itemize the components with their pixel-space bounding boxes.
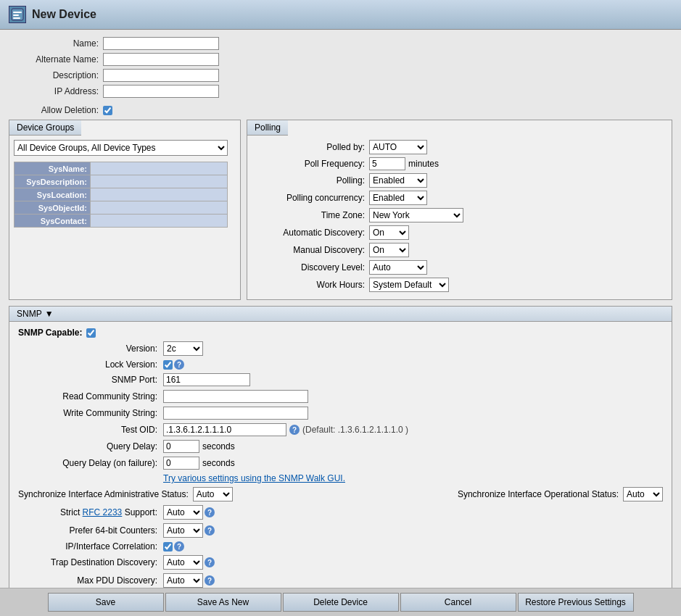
strict-rfc-row: Strict RFC 2233 Support: Auto ? [18,505,663,520]
description-label: Description: [9,70,103,80]
snmp-walk-link[interactable]: Try various settings using the SNMP Walk… [163,473,345,483]
cancel-button[interactable]: Cancel [400,593,516,612]
strict-rfc-info-icon[interactable]: ? [205,507,215,517]
timezone-row: Time Zone: New York [253,208,666,222]
sync-admin-left: Synchronize Interface Administrative Sta… [18,487,233,501]
manual-discovery-row: Manual Discovery: On [253,243,666,257]
polling-concurrency-select[interactable]: Enabled [369,191,427,205]
trap-discovery-select[interactable]: Auto [163,555,203,570]
max-pdu-label: Max PDU Discovery: [18,575,163,586]
polling-tab[interactable]: Polling [247,120,288,136]
snmp-version-label: Version: [18,344,163,354]
auto-discovery-select[interactable]: On [369,225,409,240]
ip-interface-info-icon[interactable]: ? [174,541,184,552]
sync-operational-right: Synchronize Interface Operational Status… [458,487,663,501]
work-hours-select[interactable]: System Default [369,278,449,292]
timezone-label: Time Zone: [253,210,369,220]
snmp-version-select[interactable]: 2c [163,341,203,356]
svg-rect-2 [13,14,19,16]
device-groups-panel: Device Groups All Device Groups, All Dev… [9,120,241,300]
query-delay-failure-label: Query Delay (on failure): [18,458,163,468]
read-community-row: Read Community String: [18,390,663,403]
snmp-tab[interactable]: SNMP ▼ [9,307,672,322]
allow-deletion-checkbox[interactable] [103,106,112,115]
prefer-64bit-row: Prefer 64-bit Counters: Auto ? [18,523,663,538]
polled-by-row: Polled by: AUTO [253,140,666,154]
name-label: Name: [9,38,103,49]
description-input[interactable] [103,69,219,82]
device-groups-body: All Device Groups, All Device Types SysN… [9,136,240,232]
alternate-name-input[interactable] [103,53,219,66]
polling-label: Polling: [253,175,369,186]
test-oid-input[interactable] [163,423,286,436]
polling-panel: Polling Polled by: AUTO Poll Frequency: … [247,120,672,300]
query-delay-failure-unit: seconds [202,458,235,468]
alternate-name-label: Alternate Name: [9,54,103,64]
test-oid-row: Test OID: ? (Default: .1.3.6.1.2.1.1.1.0… [18,423,663,436]
lock-version-label: Lock Version: [18,359,163,370]
sysname-label: SysName: [15,162,91,175]
poll-frequency-input[interactable] [369,157,405,170]
poll-frequency-row: Poll Frequency: minutes [253,157,666,170]
svg-rect-1 [13,12,22,13]
rfc-2233-link[interactable]: RFC 2233 [83,507,123,517]
sync-operational-label: Synchronize Interface Operational Status… [458,489,619,499]
write-community-row: Write Community String: [18,407,663,420]
table-row: SysName: [15,162,228,175]
prefer-64bit-select[interactable]: Auto [163,523,203,538]
polling-select[interactable]: Enabled [369,173,427,188]
max-pdu-row: Max PDU Discovery: Auto ? [18,573,663,588]
polling-concurrency-label: Polling concurrency: [253,193,369,203]
snmp-section: SNMP ▼ SNMP Capable: Version: 2c Lock Ve… [9,306,672,616]
ip-address-row: IP Address: [9,85,672,98]
page-title: New Device [32,8,96,21]
polled-by-select[interactable]: AUTO [369,140,427,154]
query-delay-input[interactable] [163,440,199,453]
sync-operational-select[interactable]: Auto [623,487,663,501]
snmp-walk-row: Try various settings using the SNMP Walk… [18,473,663,483]
sync-admin-label: Synchronize Interface Administrative Sta… [18,489,189,499]
query-delay-unit: seconds [202,441,235,451]
syscontact-value [90,215,227,228]
device-groups-select[interactable]: All Device Groups, All Device Types [14,140,228,156]
snmp-capable-checkbox[interactable] [86,328,96,338]
timezone-select[interactable]: New York [369,208,463,222]
ip-interface-checkbox[interactable] [163,542,173,552]
manual-discovery-label: Manual Discovery: [253,245,369,255]
save-as-new-button[interactable]: Save As New [165,593,281,612]
lock-version-info-icon[interactable]: ? [174,359,184,370]
snmp-tab-arrow: ▼ [45,309,54,319]
test-oid-info-icon[interactable]: ? [289,425,300,435]
prefer-64bit-info-icon[interactable]: ? [205,525,215,536]
sysdesc-label: SysDescription: [15,175,91,188]
ip-address-input[interactable] [103,85,219,98]
allow-deletion-label: Allow Deletion: [9,105,103,115]
name-input[interactable] [103,37,219,50]
sysname-value [90,162,227,175]
manual-discovery-select[interactable]: On [369,243,409,257]
query-delay-failure-row: Query Delay (on failure): seconds [18,457,663,470]
lock-version-checkbox[interactable] [163,360,173,370]
trap-discovery-label: Trap Destination Discovery: [18,557,163,567]
sync-admin-select[interactable]: Auto [193,487,233,501]
max-pdu-info-icon[interactable]: ? [205,575,215,586]
discovery-level-label: Discovery Level: [253,262,369,272]
snmp-port-input[interactable] [163,373,250,386]
strict-rfc-select[interactable]: Auto [163,505,203,520]
trap-discovery-row: Trap Destination Discovery: Auto ? [18,555,663,570]
description-row: Description: [9,69,672,82]
write-community-input[interactable] [163,407,308,420]
query-delay-failure-input[interactable] [163,457,199,470]
prefer-64bit-label: Prefer 64-bit Counters: [18,525,163,536]
sysdesc-value [90,175,227,188]
delete-device-button[interactable]: Delete Device [283,593,399,612]
strict-rfc-label: Strict RFC 2233 Support: [18,507,163,517]
device-groups-tab[interactable]: Device Groups [9,120,81,136]
max-pdu-select[interactable]: Auto [163,573,203,588]
snmp-body: SNMP Capable: Version: 2c Lock Version: … [9,322,672,616]
save-button[interactable]: Save [48,593,164,612]
discovery-level-select[interactable]: Auto [369,260,427,275]
restore-button[interactable]: Restore Previous Settings [518,593,634,612]
read-community-input[interactable] [163,390,308,403]
trap-discovery-info-icon[interactable]: ? [205,557,215,567]
